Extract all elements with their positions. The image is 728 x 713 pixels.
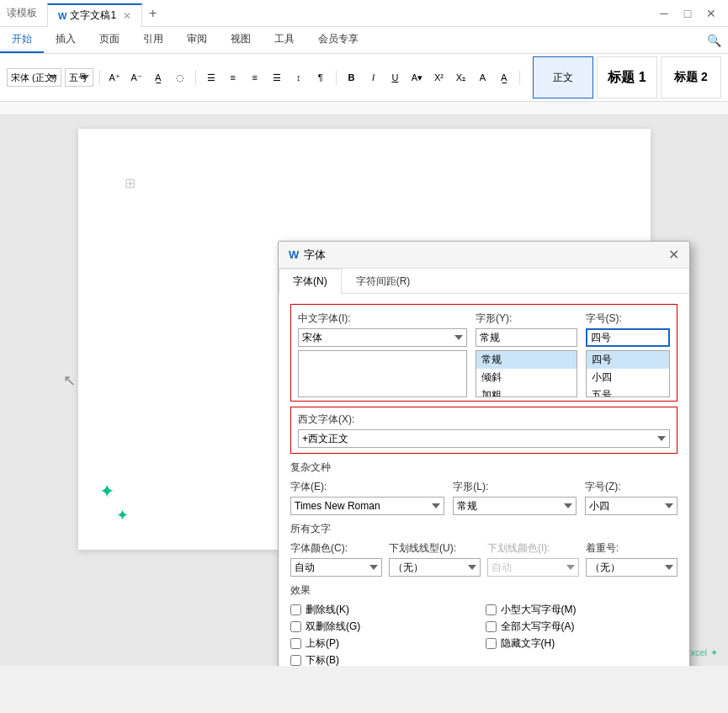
tab-page[interactable]: 页面 [88, 27, 131, 53]
font-size-list[interactable]: 四号 小四 五号 [586, 350, 670, 397]
size-option-5[interactable]: 五号 [587, 386, 669, 397]
tab-font[interactable]: 字体(N) [279, 269, 342, 294]
size-option-s4[interactable]: 小四 [587, 369, 669, 386]
maximize-button[interactable]: □ [678, 3, 698, 24]
font-bg-button[interactable]: A̲ [495, 68, 513, 87]
chinese-font-selector[interactable]: 宋体 [298, 328, 467, 347]
style-option-bold[interactable]: 加粗 [476, 386, 577, 397]
complex-font-selector[interactable]: Times New Roman [290, 497, 444, 515]
minimize-button[interactable]: ─ [654, 3, 674, 24]
superscript-label: 上标(P) [306, 636, 339, 651]
effect-hidden: 隐藏文字(H) [486, 636, 678, 651]
ruler-horizontal [0, 102, 728, 115]
emphasis-selector[interactable]: （无） [586, 558, 678, 577]
underline-style-col: 下划线线型(U): （无） [389, 541, 481, 577]
bold-button[interactable]: B [342, 68, 360, 87]
search-icon[interactable]: 🔍 [707, 34, 721, 47]
font-dialog: W 字体 ✕ 字体(N) 字符间距(R) 中文字体(I): 宋体 [278, 241, 690, 666]
italic-button[interactable]: I [364, 68, 382, 87]
dialog-title-bar: W 字体 ✕ [279, 242, 689, 269]
dialog-wps-icon: W [289, 248, 299, 261]
chinese-font-section: 中文字体(I): 宋体 字形(Y): 常规 字号(S): 四号 [298, 311, 670, 347]
chinese-font-col: 中文字体(I): 宋体 [298, 311, 467, 347]
style-option-regular[interactable]: 常规 [476, 351, 577, 369]
strikethrough-checkbox[interactable] [290, 604, 301, 615]
align-justify-button[interactable]: ☰ [268, 68, 286, 87]
font-size-selector[interactable]: 五号 [65, 68, 93, 87]
ribbon-toolbar: 宋体 (正文) 五号 A⁺ A⁻ A̲ ◌ ☰ ≡ ≡ ☰ ↕ ¶ B I U … [0, 54, 728, 102]
dialog-tabs: 字体(N) 字符间距(R) [279, 269, 689, 294]
chinese-font-label: 中文字体(I): [298, 311, 467, 326]
tab-start[interactable]: 开始 [0, 27, 44, 53]
hidden-label: 隐藏文字(H) [501, 636, 555, 651]
align-left-button[interactable]: ☰ [202, 68, 221, 87]
small-caps-label: 小型大写字母(M) [501, 603, 577, 617]
font-color-col: 字体颜色(C): 自动 [290, 541, 382, 577]
all-caps-checkbox[interactable] [486, 621, 497, 632]
tab-view[interactable]: 视图 [219, 27, 263, 53]
align-right-button[interactable]: ≡ [246, 68, 264, 87]
clear-format-button[interactable]: ◌ [171, 68, 189, 87]
superscript-checkbox[interactable] [290, 638, 301, 649]
superscript-button[interactable]: X² [429, 68, 448, 87]
font-size-input[interactable]: 四号 [586, 328, 670, 347]
subscript-checkbox[interactable] [290, 655, 301, 666]
font-family-selector[interactable]: 宋体 (正文) [7, 68, 61, 87]
title-bar: 读模板 W 文字文稿1 ✕ + ─ □ ✕ [0, 0, 728, 27]
cursor-icon: ↖ [63, 371, 76, 390]
font-color-selector[interactable]: 自动 [290, 558, 382, 577]
doc-tab-close[interactable]: ✕ [123, 10, 131, 22]
green-star-1: ✦ [99, 481, 114, 503]
all-caps-label: 全部大写字母(A) [501, 620, 575, 634]
font-format-button[interactable]: A̲ [149, 68, 167, 87]
new-tab-button[interactable]: + [149, 6, 157, 21]
window-close-button[interactable]: ✕ [701, 3, 721, 24]
underline-color-selector[interactable]: 自动 [487, 558, 579, 577]
text-color-button[interactable]: A▾ [407, 68, 426, 87]
emphasis-col: 着重号: （无） [586, 541, 678, 577]
font-decrease-button[interactable]: A⁻ [127, 68, 146, 87]
all-text-title: 所有文字 [290, 522, 678, 536]
font-color-label: 字体颜色(C): [290, 541, 382, 556]
tab-vip[interactable]: 会员专享 [306, 27, 370, 53]
tab-insert[interactable]: 插入 [44, 27, 88, 53]
size-option-4[interactable]: 四号 [587, 351, 669, 369]
style-option-italic[interactable]: 倾斜 [476, 369, 577, 386]
align-center-button[interactable]: ≡ [224, 68, 242, 87]
complex-style-selector[interactable]: 常规 [453, 497, 577, 515]
effect-strikethrough: 删除线(K) [290, 603, 483, 617]
doc-tab[interactable]: W 文字文稿1 ✕ [47, 3, 142, 27]
document-area: ⊞ ↖ ✦ ✦ W 字体 ✕ 字体(N) 字符间距(R) 中文字体(I): [0, 102, 728, 666]
style-normal[interactable]: 正文 [533, 56, 593, 98]
complex-size-label: 字号(Z): [585, 480, 678, 494]
hidden-checkbox[interactable] [486, 638, 497, 649]
paragraph-spacing-button[interactable]: ¶ [311, 68, 330, 87]
font-style-input[interactable]: 常规 [476, 328, 577, 347]
tab-reference[interactable]: 引用 [131, 27, 175, 53]
font-increase-button[interactable]: A⁺ [105, 68, 124, 87]
underline-style-label: 下划线线型(U): [389, 541, 481, 556]
tab-char-spacing[interactable]: 字符间距(R) [342, 269, 425, 294]
complex-size-selector[interactable]: 小四 [585, 497, 678, 515]
style-heading2[interactable]: 标题 2 [661, 56, 721, 98]
font-style-list[interactable]: 常规 倾斜 加粗 [476, 350, 577, 397]
chinese-font-list[interactable] [298, 350, 467, 397]
subscript-button[interactable]: X₂ [451, 68, 470, 87]
dialog-close-button[interactable]: ✕ [668, 247, 679, 263]
small-caps-checkbox[interactable] [486, 604, 497, 615]
all-text-row: 字体颜色(C): 自动 下划线线型(U): （无） 下划线颜色(I): 自动 [290, 541, 678, 577]
underline-style-selector[interactable]: （无） [389, 558, 481, 577]
complex-section-title: 复杂文种 [290, 460, 678, 475]
tab-review[interactable]: 审阅 [175, 27, 219, 53]
underline-button[interactable]: U [385, 68, 404, 87]
complex-font-label: 字体(E): [290, 480, 444, 494]
separator-4 [519, 70, 520, 85]
tab-tools[interactable]: 工具 [263, 27, 306, 53]
highlight-button[interactable]: A [473, 68, 492, 87]
line-spacing-button[interactable]: ↕ [290, 68, 308, 87]
western-font-selector[interactable]: +西文正文 [298, 429, 670, 448]
complex-style-col: 字形(L): 常规 [453, 480, 577, 515]
style-heading1[interactable]: 标题 1 [597, 56, 657, 98]
double-strikethrough-checkbox[interactable] [290, 621, 301, 632]
complex-style-label: 字形(L): [453, 480, 577, 494]
